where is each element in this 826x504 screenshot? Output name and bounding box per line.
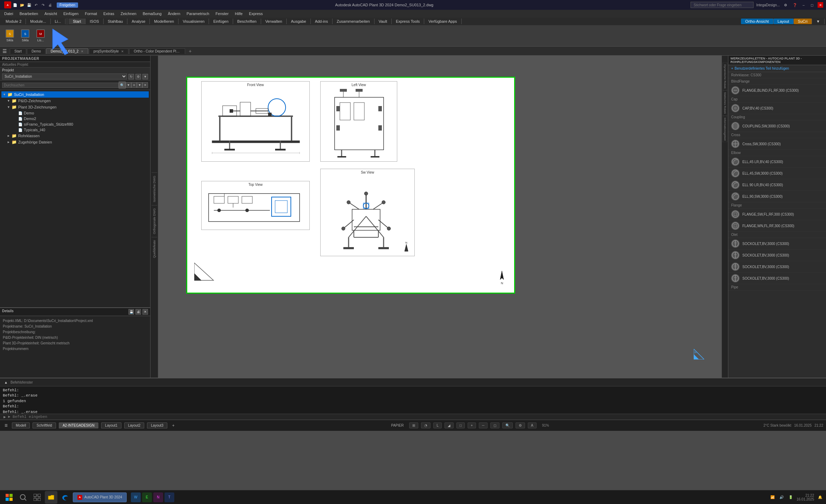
taskbar-battery-icon[interactable]: 🔋 (788, 494, 794, 500)
status-qp[interactable]: 🔍 (502, 422, 513, 428)
qa-print[interactable]: 🖨 (47, 2, 53, 8)
qa-redo[interactable]: ↷ (40, 2, 46, 8)
qa-new[interactable]: 📄 (12, 2, 18, 8)
taskbar-search-btn[interactable] (17, 491, 29, 504)
rp-item-flange1[interactable]: FLANGE,SW,FL,RF,300 (CS300) (728, 209, 826, 220)
status-grid[interactable]: ⊞ (409, 422, 418, 428)
pm-search-btn[interactable]: 🔍 (119, 82, 126, 89)
taskbar-app2[interactable]: E (142, 492, 152, 502)
tab-stahlbau[interactable]: Stahlbau (104, 19, 127, 24)
pm-settings-btn[interactable]: ⚙ (135, 74, 141, 79)
taskbar-datetime[interactable]: 21:22 16.01.2025 (797, 493, 814, 501)
titlebar-help[interactable]: ❓ (792, 2, 798, 8)
qa-open[interactable]: 📂 (19, 2, 25, 8)
cmd-expand-btn[interactable]: ▲ (3, 379, 9, 385)
status-snap[interactable]: ◔ (421, 422, 430, 428)
tree-expand-rohrklassen[interactable]: ► (7, 134, 10, 138)
taskbar-autocad-item[interactable]: A AutoCAD Plant 3D 2024 (73, 492, 127, 502)
qa-undo[interactable]: ↶ (33, 2, 39, 8)
tab-ausgabe[interactable]: Ausgabe (287, 19, 310, 24)
doc-tab-start[interactable]: Start (10, 48, 26, 54)
side-label-orthogonal[interactable]: Orthogonale DWG (152, 205, 157, 237)
status-sc[interactable]: ⚙ (516, 422, 525, 428)
statusbar-menu[interactable]: ☰ (3, 422, 9, 429)
layout-tab-layout3[interactable]: Layout3 (147, 422, 167, 428)
doc-tab-demo[interactable]: Demo (27, 48, 46, 54)
btn-sikla2[interactable]: S Sikla (18, 27, 32, 45)
menu-ansicht[interactable]: Ansicht (42, 11, 60, 16)
add-tab-btn[interactable]: + (186, 48, 194, 55)
menu-fenster[interactable]: Fenster (213, 11, 231, 16)
add-layout-btn[interactable]: + (170, 422, 177, 429)
doc-tab-ortho[interactable]: Ortho - Color Dependent Plot Styles.dwt … (129, 48, 185, 54)
pm-view-btn[interactable]: ≡ (131, 82, 137, 88)
taskbar-app3[interactable]: N (153, 492, 163, 502)
close-tab-demo2[interactable]: ✕ (81, 50, 84, 53)
rp-item-coupling1[interactable]: COUPLING,SW,3000 (CS300) (728, 120, 826, 132)
rp-item-olet3[interactable]: SOCKOLET,BV,3000 (CS300) (728, 261, 826, 273)
minimize-btn[interactable]: – (801, 2, 806, 8)
tree-item-siframo[interactable]: 📄 siFramo_Typicals_StützefI80 (1, 121, 149, 127)
rp-item-elbow3[interactable]: ELL 90 LR,BV,40 (CS300) (728, 179, 826, 191)
freigeben-btn[interactable]: Freigeben (57, 2, 78, 8)
titlebar-settings[interactable]: ⚙ (783, 2, 789, 8)
dp-save-btn[interactable]: 💾 (128, 309, 134, 315)
tab-isos[interactable]: ISOS (85, 19, 103, 24)
menu-express[interactable]: Express (246, 11, 266, 16)
rp-item-cap1[interactable]: CAP,BV,40 (CS300) (728, 103, 826, 114)
close-btn[interactable]: ✕ (818, 2, 823, 8)
status-osnap[interactable]: □ (456, 422, 465, 428)
rp-item-elbow1[interactable]: ELL,45 LR,BV,40 (CS300) (728, 156, 826, 168)
tab-menu-btn[interactable]: ☰ (1, 48, 8, 54)
pm-collapse-btn[interactable]: ▼ (142, 74, 148, 79)
tab-addins[interactable]: Add-ins (311, 19, 332, 24)
menu-aendern[interactable]: Ändern (165, 11, 183, 16)
btn-manager[interactable]: M Lis... (34, 27, 48, 45)
dp-close-btn[interactable]: ✕ (142, 309, 148, 315)
tree-item-demo2[interactable]: 📄 Demo2 (1, 116, 149, 121)
rp-item-cross1[interactable]: Cross,SW,3000 (CS300) (728, 138, 826, 150)
rp-item-blindflange1[interactable]: FLANGE,BLIND,FL,RF,300 (CS300) (728, 85, 826, 96)
menu-datei[interactable]: Datei (1, 11, 16, 16)
status-tpm[interactable]: ◻ (490, 422, 499, 428)
tab-module[interactable]: Module... (26, 19, 50, 24)
tab-analyse[interactable]: Analyse (127, 19, 150, 24)
layout-tab-schriftfeld[interactable]: Schriftfeld (33, 422, 56, 428)
status-polar[interactable]: ◢ (444, 422, 454, 428)
close-tab-proj[interactable]: ✕ (121, 50, 124, 53)
qa-save[interactable]: 💾 (26, 2, 32, 8)
pm-close-btn[interactable]: ✕ (142, 82, 148, 88)
tab-verfuegbare[interactable]: Verfügbare Apps (424, 19, 461, 24)
taskbar-volume-icon[interactable]: 🔊 (778, 494, 785, 500)
tree-expand-root[interactable]: ▼ (3, 93, 6, 96)
btn-sikla1[interactable]: S Sikla (3, 27, 17, 45)
layout-tab-a2[interactable]: A2-INTEGADESIGN (59, 422, 98, 428)
tab-sucri[interactable]: SuCri (794, 19, 812, 24)
tree-item-rohrklassen[interactable]: ► 📁 Rohrklassen (1, 133, 149, 139)
rp-add-btn[interactable]: + Benutzerdefiniertes Teil hinzufügen (728, 65, 826, 72)
status-lw[interactable]: ─ (479, 422, 488, 428)
tab-li[interactable]: Li... (51, 19, 66, 24)
menu-parametrisch[interactable]: Parametrisch (184, 11, 212, 16)
menu-zeichnen[interactable]: Zeichnen (118, 11, 139, 16)
menu-format[interactable]: Format (82, 11, 100, 16)
doc-tab-proj[interactable]: projSymbolStyle ✕ (89, 48, 128, 54)
tab-expresstools[interactable]: Express Tools (392, 19, 424, 24)
rp-item-olet4[interactable]: SOCKOLET,BV,3000 (CS300) (728, 273, 826, 284)
dp-print-btn[interactable]: 🖨 (135, 309, 141, 315)
pm-filter-btn[interactable]: ▼ (126, 82, 131, 88)
menu-bearbeiten[interactable]: Bearbeiten (17, 11, 41, 16)
tab-ortho-ansicht[interactable]: Ortho-Ansicht (741, 19, 773, 24)
tree-item-demo[interactable]: 📄 Demo (1, 110, 149, 116)
tab-layout[interactable]: Layout (774, 19, 794, 24)
tree-item-plant3d[interactable]: ▼ 📁 Plant 3D-Zeichnungen (1, 104, 149, 110)
tab-extra-arrow[interactable]: ▼ (812, 19, 825, 24)
pm-more-btn[interactable]: ▼ (137, 82, 142, 88)
canvas-area[interactable]: Front View (158, 56, 722, 378)
tab-zusammenarbeiten[interactable]: Zusammenarbeiten (332, 19, 374, 24)
menu-bemaszung[interactable]: Bemaßung (140, 11, 164, 16)
vert-label-info[interactable]: Informationsgebiet (722, 116, 728, 142)
tree-item-pid[interactable]: ▼ 📁 P&ID-Zeichnungen (1, 98, 149, 104)
status-ortho[interactable]: L (433, 422, 442, 428)
tab-beschriften[interactable]: Beschriften (233, 19, 261, 24)
